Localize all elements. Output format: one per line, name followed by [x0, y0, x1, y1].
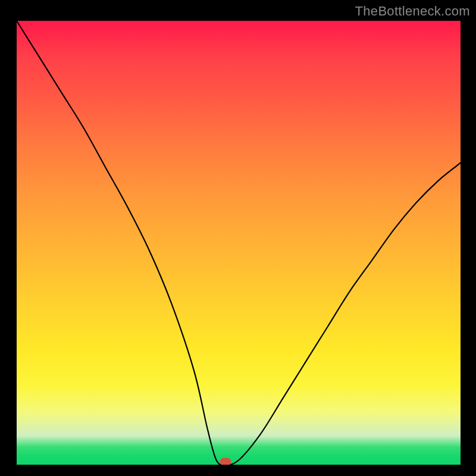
- optimal-marker: [220, 458, 231, 465]
- chart-container: TheBottleneck.com: [0, 0, 476, 476]
- bottleneck-curve: [17, 21, 461, 465]
- watermark-text: TheBottleneck.com: [355, 4, 470, 19]
- plot-area: [17, 21, 461, 465]
